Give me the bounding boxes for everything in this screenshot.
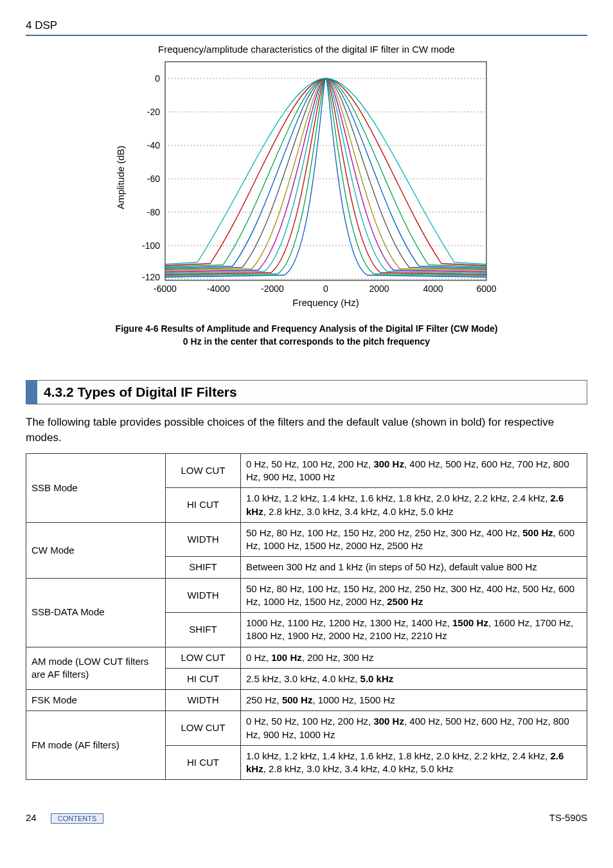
chart-container: Frequency/amplitude characteristics of t… [26, 42, 587, 315]
param-cell: SHIFT [166, 613, 241, 647]
mode-cell: CW Mode [26, 522, 166, 578]
param-cell: HI CUT [166, 488, 241, 523]
default-value: 300 Hz [373, 716, 404, 727]
caption-line-2: 0 Hz in the center that corresponds to t… [183, 336, 430, 347]
value-cell: 0 Hz, 50 Hz, 100 Hz, 200 Hz, 300 Hz, 400… [241, 453, 587, 488]
value-cell: 1000 Hz, 1100 Hz, 1200 Hz, 1300 Hz, 1400… [241, 613, 587, 647]
param-cell: WIDTH [166, 578, 241, 613]
value-cell: 250 Hz, 500 Hz, 1000 Hz, 1500 Hz [241, 690, 587, 711]
param-cell: HI CUT [166, 745, 241, 780]
ytick: -100 [142, 240, 160, 251]
default-value: 2500 Hz [387, 596, 423, 607]
svg-rect-0 [165, 62, 486, 280]
default-value: 1500 Hz [452, 617, 488, 628]
ytick: -20 [147, 107, 160, 117]
value-cell: 0 Hz, 100 Hz, 200 Hz, 300 Hz [241, 647, 587, 668]
page-footer: 24 CONTENTS TS-590S [26, 812, 587, 823]
figure-caption: Figure 4-6 Results of Amplitude and Freq… [26, 323, 587, 348]
filter-chart: Frequency/amplitude characteristics of t… [107, 42, 506, 315]
ytick: -60 [147, 174, 160, 184]
default-value: 5.0 kHz [360, 673, 394, 684]
table-row: SSB ModeLOW CUT0 Hz, 50 Hz, 100 Hz, 200 … [26, 453, 587, 488]
xtick: 4000 [423, 284, 443, 294]
param-cell: LOW CUT [166, 711, 241, 746]
value-cell: Between 300 Hz and 1 kHz (in steps of 50… [241, 557, 587, 578]
ytick: 0 [155, 73, 160, 84]
param-cell: LOW CUT [166, 647, 241, 668]
default-value: 2.6 kHz [246, 750, 564, 774]
value-cell: 50 Hz, 80 Hz, 100 Hz, 150 Hz, 200 Hz, 25… [241, 522, 587, 557]
value-cell: 50 Hz, 80 Hz, 100 Hz, 150 Hz, 200 Hz, 25… [241, 578, 587, 613]
filters-table: SSB ModeLOW CUT0 Hz, 50 Hz, 100 Hz, 200 … [26, 453, 587, 781]
default-value: 500 Hz [282, 694, 313, 705]
xtick: 0 [323, 284, 328, 294]
mode-cell: FSK Mode [26, 690, 166, 711]
value-cell: 1.0 kHz, 1.2 kHz, 1.4 kHz, 1.6 kHz, 1.8 … [241, 488, 587, 523]
param-cell: WIDTH [166, 690, 241, 711]
xtick: 6000 [476, 284, 496, 294]
mode-cell: AM mode (LOW CUT filters are AF filters) [26, 647, 166, 690]
param-cell: WIDTH [166, 522, 241, 557]
xlabel: Frequency (Hz) [292, 297, 359, 308]
model-label: TS-590S [549, 812, 587, 823]
table-row: AM mode (LOW CUT filters are AF filters)… [26, 647, 587, 668]
default-value: 500 Hz [522, 527, 553, 538]
table-row: FSK ModeWIDTH250 Hz, 500 Hz, 1000 Hz, 15… [26, 690, 587, 711]
xtick: 2000 [369, 284, 389, 294]
default-value: 300 Hz [373, 458, 404, 469]
section-intro: The following table provides possible ch… [26, 415, 587, 446]
xtick: -6000 [154, 284, 177, 294]
xtick: -4000 [207, 284, 230, 294]
value-cell: 2.5 kHz, 3.0 kHz, 4.0 kHz, 5.0 kHz [241, 668, 587, 689]
caption-line-1: Figure 4-6 Results of Amplitude and Freq… [116, 323, 498, 334]
header-text: 4 DSP [26, 19, 57, 32]
value-cell: 1.0 kHz, 1.2 kHz, 1.4 kHz, 1.6 kHz, 1.8 … [241, 745, 587, 780]
table-row: CW ModeWIDTH50 Hz, 80 Hz, 100 Hz, 150 Hz… [26, 522, 587, 557]
ylabel: Amplitude (dB) [115, 145, 126, 209]
chart-title: Frequency/amplitude characteristics of t… [158, 44, 455, 55]
contents-link[interactable]: CONTENTS [51, 813, 104, 824]
mode-cell: SSB Mode [26, 453, 166, 522]
ytick: -120 [142, 272, 160, 282]
mode-cell: SSB-DATA Mode [26, 578, 166, 647]
default-value: 2.6 kHz [246, 493, 564, 516]
param-cell: LOW CUT [166, 453, 241, 488]
param-cell: SHIFT [166, 557, 241, 578]
mode-cell: FM mode (AF filters) [26, 711, 166, 780]
xtick: -2000 [261, 284, 284, 294]
section-heading: 4.3.2 Types of Digital IF Filters [26, 380, 587, 404]
default-value: 100 Hz [271, 652, 302, 663]
table-row: SSB-DATA ModeWIDTH50 Hz, 80 Hz, 100 Hz, … [26, 578, 587, 613]
value-cell: 0 Hz, 50 Hz, 100 Hz, 200 Hz, 300 Hz, 400… [241, 711, 587, 746]
page-number: 24 [26, 812, 37, 823]
ytick: -40 [147, 140, 160, 150]
ytick: -80 [147, 207, 160, 217]
table-row: FM mode (AF filters)LOW CUT0 Hz, 50 Hz, … [26, 711, 587, 746]
page-header: 4 DSP [26, 19, 587, 36]
param-cell: HI CUT [166, 668, 241, 689]
